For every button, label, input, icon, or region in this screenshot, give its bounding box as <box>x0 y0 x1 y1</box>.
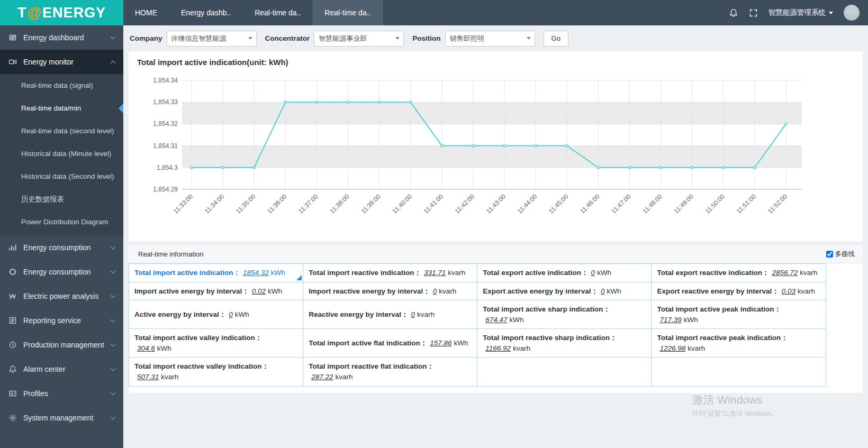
svg-text:11:37:00: 11:37:00 <box>297 193 320 215</box>
metric-value[interactable]: 157.86 <box>430 339 451 347</box>
sidebar-subitem-real-time-data-signal[interactable]: Real-time data (signal) <box>0 74 123 97</box>
metric-value[interactable]: 507.31 <box>137 373 159 381</box>
metric-unit: kvarh <box>513 344 530 352</box>
sidebar-item-system-management[interactable]: System management <box>0 406 123 430</box>
multi-curve-toggle[interactable]: 多曲线 <box>826 250 855 259</box>
metric-cell-total-import-active-valley-indication[interactable]: Total import active valley indication：30… <box>129 329 303 358</box>
metric-value[interactable]: 0 <box>411 310 415 318</box>
selected-corner-icon <box>296 275 302 280</box>
chart-title: Total import active indication(unit: kWh… <box>137 58 854 67</box>
fullscreen-icon[interactable] <box>749 8 758 17</box>
metric-value[interactable]: 2856.72 <box>772 269 798 277</box>
sidebar-subitem-real-time-data-min[interactable]: Real-time data/min <box>0 97 123 120</box>
go-button[interactable]: Go <box>544 31 568 47</box>
sidebar-item-energy-dashboard[interactable]: Energy dashboard <box>0 25 123 50</box>
metric-value[interactable]: 717.39 <box>659 316 681 324</box>
sidebar-subitem-item[interactable]: 历史数据报表 <box>0 188 123 211</box>
metric-value[interactable]: 0 <box>433 287 437 295</box>
table-row: Active energy by interval：0kWhReactive e… <box>129 300 826 329</box>
metric-cell-total-import-active-flat-indication[interactable]: Total import active flat indication：157.… <box>303 329 477 358</box>
tab-3-real-time-da[interactable]: Real-time da.. <box>313 0 383 25</box>
tab-1-energy-dashb[interactable]: Energy dashb.. <box>169 0 243 25</box>
metric-cell-active-energy-by-interval[interactable]: Active energy by interval：0kWh <box>129 300 303 329</box>
metric-value[interactable]: 1854.32 <box>243 269 269 277</box>
multi-curve-checkbox[interactable] <box>826 251 833 258</box>
sidebar-item-alarm-center[interactable]: Alarm center <box>0 357 123 381</box>
sidebar-subitem-power-distribution-diagram[interactable]: Power Distribution Diagram <box>0 211 123 233</box>
svg-text:1,854.3: 1,854.3 <box>157 164 178 171</box>
metric-value[interactable]: 0.02 <box>252 287 266 295</box>
metric-value[interactable]: 1226.98 <box>659 344 685 352</box>
sidebar-item-reporting-service[interactable]: Reporting service <box>0 308 123 333</box>
avatar[interactable] <box>844 5 860 21</box>
metric-unit: kvarh <box>448 269 465 277</box>
position-select[interactable]: 销售部照明 <box>445 31 535 47</box>
sidebar-item-profiles[interactable]: Profiles <box>0 381 123 406</box>
sidebar-item-label: Energy monitor <box>23 58 111 66</box>
metric-cell-total-import-reactive-indication[interactable]: Total import reactive indication：331.71k… <box>303 264 477 282</box>
metric-cell-total-import-reactive-peak-indication[interactable]: Total import reactive peak indication：12… <box>652 329 826 358</box>
metric-value[interactable]: 331.71 <box>424 269 446 277</box>
metric-value[interactable]: 304.6 <box>137 344 155 352</box>
metric-cell-export-reactive-energy-by-interval[interactable]: Export reactive energy by interval：0.03k… <box>652 282 826 300</box>
svg-text:11:33:00: 11:33:00 <box>172 193 195 215</box>
metric-value[interactable]: 0 <box>229 310 233 318</box>
metric-cell-total-import-reactive-flat-indication[interactable]: Total import reactive flat indication：28… <box>303 358 477 386</box>
metric-value[interactable]: 0.03 <box>782 287 795 295</box>
table-row: Total import active valley indication：30… <box>129 329 826 358</box>
metric-unit: kWh <box>268 287 282 295</box>
company-select[interactable]: 许继信息智慧能源 <box>167 31 257 47</box>
metric-cell-total-import-reactive-sharp-indication[interactable]: Total import reactive sharp indication：1… <box>477 329 652 358</box>
metric-cell-total-import-reactive-valley-indication[interactable]: Total import reactive valley indication：… <box>129 358 303 386</box>
chevron-down-icon <box>111 244 116 250</box>
logo-text-t: T <box>17 5 27 21</box>
metric-label: Total export active indication： <box>483 269 588 277</box>
brand-logo[interactable]: T@ENERGY <box>0 0 123 25</box>
system-menu[interactable]: 智慧能源管理系统 <box>768 8 833 17</box>
metric-value[interactable]: 1166.92 <box>485 344 511 352</box>
metric-value[interactable]: 0 <box>601 287 605 295</box>
metric-value[interactable]: 0 <box>591 269 595 277</box>
sidebar-item-label: Electric power analysis <box>23 292 111 300</box>
chevron-down-icon <box>111 390 116 396</box>
sidebar-subitem-real-time-data-second-level[interactable]: Real-time data (second level) <box>0 120 123 142</box>
chevron-down-icon <box>111 342 116 347</box>
sidebar-item-electric-power-analysis[interactable]: Electric power analysis <box>0 284 123 308</box>
sidebar-item-energy-consumption[interactable]: Energy consumption <box>0 260 123 284</box>
metric-value[interactable]: 287.22 <box>311 373 333 381</box>
sidebar-menu: Energy dashboardEnergy monitorReal-time … <box>0 25 123 430</box>
metric-cell-total-export-reactive-indication[interactable]: Total export reactive indication：2856.72… <box>652 264 826 282</box>
concentrator-select[interactable]: 智慧能源事业部 <box>314 31 404 47</box>
app-window: T@ENERGY HOMEEnergy dashb..Real-time da.… <box>0 0 868 448</box>
bell-icon[interactable] <box>729 8 738 17</box>
metric-value[interactable]: 674.47 <box>485 316 507 324</box>
metric-label: Import active energy by interval： <box>134 287 249 295</box>
metric-cell-total-export-active-indication[interactable]: Total export active indication：0kWh <box>477 264 652 282</box>
svg-text:1,854.31: 1,854.31 <box>153 142 178 150</box>
svg-text:11:43:00: 11:43:00 <box>485 193 508 215</box>
alarm-bell-icon <box>8 365 23 373</box>
sidebar-item-production-management[interactable]: Production management <box>0 333 123 357</box>
metric-cell-total-import-active-indication[interactable]: Total import active indication：1854.32kW… <box>129 264 303 282</box>
metric-label: Total import active flat indication： <box>309 339 427 347</box>
svg-text:1,854.32: 1,854.32 <box>153 120 178 127</box>
metric-label: Total import active sharp indication： <box>483 305 610 313</box>
metric-cell-reactive-energy-by-interval[interactable]: Reactive energy by interval：0kvarh <box>303 300 477 329</box>
metric-cell-total-import-active-peak-indication[interactable]: Total import active peak indication：717.… <box>652 300 826 329</box>
sidebar-item-energy-consumption[interactable]: Energy consumption <box>0 235 123 260</box>
metric-cell-export-active-energy-by-interval[interactable]: Export active energy by interval：0kWh <box>477 282 652 300</box>
sidebar-subitem-label: Real-time data (signal) <box>21 81 93 89</box>
sidebar-subitem-historical-data-second-level[interactable]: Historical data (Second level) <box>0 165 123 188</box>
metric-cell-total-import-active-sharp-indication[interactable]: Total import active sharp indication：674… <box>477 300 652 329</box>
logo-text-energy: ENERGY <box>42 5 106 21</box>
sidebar-item-energy-monitor[interactable]: Energy monitor <box>0 50 123 74</box>
tab-2-real-time-da[interactable]: Real-time da.. <box>243 0 313 25</box>
active-item-arrow-icon <box>119 104 123 113</box>
sidebar-subitem-historical-data-minute-level[interactable]: Historical data (Minute level) <box>0 142 123 165</box>
metric-cell-import-reactive-energy-by-interval[interactable]: Import reactive energy by interval：0kvar… <box>303 282 477 300</box>
tab-0-home[interactable]: HOME <box>123 0 169 25</box>
metric-unit: kvarh <box>439 287 456 295</box>
metric-unit: kvarh <box>161 373 178 381</box>
metric-cell-import-active-energy-by-interval[interactable]: Import active energy by interval：0.02kWh <box>129 282 303 300</box>
table-row: Total import active indication：1854.32kW… <box>129 264 826 282</box>
